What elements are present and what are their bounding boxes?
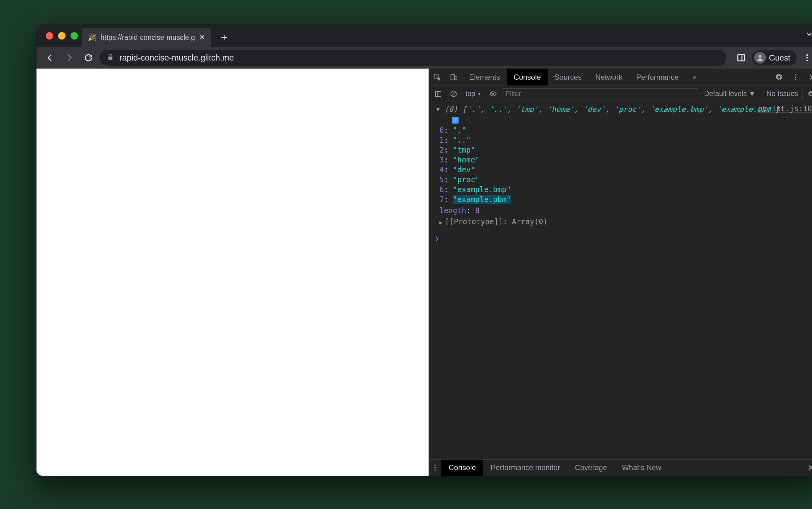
devtools-menu-button[interactable] xyxy=(787,69,804,86)
browser-menu-button[interactable] xyxy=(799,50,812,66)
svg-point-17 xyxy=(434,465,436,466)
more-tabs-button[interactable]: » xyxy=(686,69,703,86)
close-window-button[interactable] xyxy=(46,32,53,39)
array-summary-values: '.', '..', 'tmp', 'home', 'dev', 'proc',… xyxy=(467,105,775,114)
log-levels-selector[interactable]: Default levels▼ xyxy=(700,90,760,98)
levels-label: Default levels xyxy=(704,90,747,98)
browser-window: 🎉 https://rapid-concise-muscle.g ✕ ＋ rap… xyxy=(36,25,812,476)
tab-elements[interactable]: Elements xyxy=(462,69,507,86)
back-button[interactable] xyxy=(42,50,58,66)
tab-performance[interactable]: Performance xyxy=(629,69,685,86)
array-length: (8) xyxy=(444,105,458,114)
tab-favicon: 🎉 xyxy=(88,33,96,41)
live-expression-button[interactable] xyxy=(487,87,500,101)
drawer-close-button[interactable]: ✕ xyxy=(801,460,812,476)
console-filter-input[interactable] xyxy=(502,88,698,99)
window-controls xyxy=(46,32,78,39)
page-viewport[interactable] xyxy=(36,69,429,476)
svg-rect-12 xyxy=(435,92,441,96)
svg-point-4 xyxy=(806,57,808,59)
array-length-row: length: 8 xyxy=(429,205,812,216)
new-tab-button[interactable]: ＋ xyxy=(216,28,233,46)
device-toggle-button[interactable] xyxy=(445,69,462,86)
console-toolbar: top▼ Default levels▼ No Issues xyxy=(429,86,812,102)
svg-rect-0 xyxy=(738,55,745,61)
prototype-row[interactable]: ▶[[Prototype]]: Array(0) xyxy=(429,216,812,228)
profile-button[interactable]: Guest xyxy=(752,50,797,66)
profile-label: Guest xyxy=(769,53,790,63)
close-tab-button[interactable]: ✕ xyxy=(199,33,205,41)
address-bar[interactable]: rapid-concise-muscle.glitch.me xyxy=(100,50,726,66)
array-summary[interactable]: ▼ (8) ['.', '..', 'tmp', 'home', 'dev', … xyxy=(429,104,812,125)
array-items: 0: "."1: ".."2: "tmp"3: "home"4: "dev"5:… xyxy=(429,125,812,205)
svg-point-5 xyxy=(806,60,808,61)
tab-title: https://rapid-concise-muscle.g xyxy=(100,33,195,42)
avatar-icon xyxy=(754,52,766,64)
lock-icon xyxy=(107,53,114,63)
svg-point-10 xyxy=(795,76,796,77)
context-label: top xyxy=(465,90,475,98)
array-item[interactable]: 1: ".." xyxy=(439,135,812,145)
tabstrip-menu-button[interactable] xyxy=(805,30,812,40)
array-item[interactable]: 6: "example.bmp" xyxy=(439,185,812,195)
devtools-settings-button[interactable] xyxy=(771,69,787,86)
svg-point-3 xyxy=(806,54,808,56)
devtools-close-button[interactable] xyxy=(804,69,812,86)
console-sidebar-toggle[interactable] xyxy=(431,87,445,101)
drawer-tab-coverage[interactable]: Coverage xyxy=(567,460,615,476)
browser-tab[interactable]: 🎉 https://rapid-concise-muscle.g ✕ xyxy=(82,28,211,47)
devtools-drawer: Console Performance monitor Coverage Wha… xyxy=(429,459,812,476)
console-settings-button[interactable] xyxy=(805,87,812,101)
reload-button[interactable] xyxy=(81,50,96,66)
devtools-tabbar: Elements Console Sources Network Perform… xyxy=(429,69,812,86)
array-item[interactable]: 4: "dev" xyxy=(439,165,812,175)
clear-console-button[interactable] xyxy=(447,87,461,101)
console-prompt[interactable]: ❯ xyxy=(429,231,812,243)
array-item[interactable]: 7: "example.pbm" xyxy=(439,195,812,204)
array-item[interactable]: 0: "." xyxy=(439,125,812,135)
svg-point-9 xyxy=(795,74,796,75)
tab-sources[interactable]: Sources xyxy=(548,69,588,86)
svg-line-15 xyxy=(452,92,456,96)
url-text: rapid-concise-muscle.glitch.me xyxy=(119,53,234,63)
drawer-tab-whats-new[interactable]: What's New xyxy=(615,460,668,476)
tab-network[interactable]: Network xyxy=(588,69,629,86)
svg-rect-7 xyxy=(451,74,455,80)
inspect-element-button[interactable] xyxy=(429,69,445,86)
forward-button[interactable] xyxy=(61,50,77,66)
svg-point-19 xyxy=(434,470,436,471)
expand-caret-icon[interactable]: ▶ xyxy=(439,219,442,226)
drawer-tab-performance-monitor[interactable]: Performance monitor xyxy=(483,460,567,476)
svg-rect-8 xyxy=(455,76,457,80)
svg-point-2 xyxy=(758,55,761,58)
minimize-window-button[interactable] xyxy=(58,32,66,39)
svg-point-16 xyxy=(492,93,494,95)
drawer-menu-button[interactable] xyxy=(429,460,441,476)
array-item[interactable]: 2: "tmp" xyxy=(439,145,812,155)
tab-strip: 🎉 https://rapid-concise-muscle.g ✕ ＋ xyxy=(36,25,812,47)
svg-point-18 xyxy=(434,467,436,468)
toolbar: rapid-concise-muscle.glitch.me Guest xyxy=(36,47,812,69)
info-icon[interactable]: i xyxy=(452,117,459,124)
svg-point-11 xyxy=(795,79,796,80)
content-area: Elements Console Sources Network Perform… xyxy=(36,69,812,476)
drawer-tab-console[interactable]: Console xyxy=(441,460,483,476)
execution-context-selector[interactable]: top▼ xyxy=(462,90,485,98)
tab-console[interactable]: Console xyxy=(507,69,548,86)
collapse-caret-icon[interactable]: ▼ xyxy=(436,104,440,114)
maximize-window-button[interactable] xyxy=(70,32,78,39)
array-item[interactable]: 5: "proc" xyxy=(439,175,812,185)
devtools-panel: Elements Console Sources Network Perform… xyxy=(429,69,812,476)
array-item[interactable]: 3: "home" xyxy=(439,155,812,165)
issues-button[interactable]: No Issues xyxy=(762,88,803,99)
console-output[interactable]: script.js:10 ▼ (8) ['.', '..', 'tmp', 'h… xyxy=(429,102,812,459)
side-panel-button[interactable] xyxy=(733,50,749,66)
